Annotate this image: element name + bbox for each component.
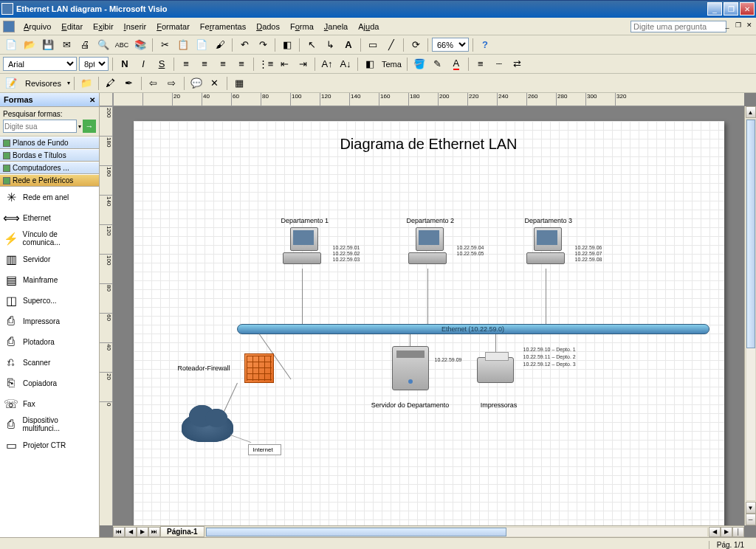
align-justify-button[interactable]: ≡ (233, 56, 250, 72)
shape-item-4[interactable]: ▤Mainframe (0, 269, 99, 290)
align-right-button[interactable]: ≡ (215, 56, 231, 72)
vertical-scrollbar[interactable]: ▲ ▼ ─ (744, 106, 756, 525)
doc-restore-button[interactable]: ❐ (733, 21, 743, 32)
theme-label[interactable]: Tema (380, 60, 403, 69)
pointer-tool-button[interactable]: ↖ (303, 37, 320, 53)
ask-question-input[interactable] (630, 21, 726, 32)
internet-callout[interactable]: Internet (248, 444, 281, 455)
align-center-button[interactable]: ≡ (196, 56, 213, 72)
spelling-button[interactable]: ABC (114, 37, 130, 53)
server-ip[interactable]: 10.22.59.09 (435, 357, 462, 363)
shape-item-0[interactable]: ✳Rede em anel (0, 187, 99, 207)
rotate-button[interactable]: ⟳ (408, 37, 424, 53)
connector-firewall-cloud[interactable] (223, 383, 238, 413)
connector-dept2[interactable] (427, 269, 428, 324)
review-next-button[interactable]: ⇨ (164, 75, 180, 92)
connector-dept1[interactable] (302, 269, 303, 324)
menu-dados[interactable]: Dados (252, 21, 284, 32)
stencil-bordas[interactable]: Bordas e Títulos (0, 149, 99, 162)
paste-button[interactable]: 📄 (193, 37, 210, 53)
v-scroll-thumb[interactable] (746, 120, 755, 348)
line-tool-button[interactable]: ╱ (383, 37, 399, 53)
dept-3-ips[interactable]: 10.22.59.0610.22.59.0710.22.59.08 (575, 245, 602, 263)
print-button[interactable]: 🖨 (77, 37, 93, 53)
menu-exibir[interactable]: Exibir (89, 21, 118, 32)
line-ends-button[interactable]: ⇄ (509, 56, 526, 72)
close-button[interactable]: ✕ (740, 2, 755, 15)
doc-icon[interactable] (3, 21, 15, 32)
undo-button[interactable]: ↶ (236, 37, 252, 53)
shape-item-6[interactable]: ⎙Impressora (0, 311, 99, 331)
shape-item-10[interactable]: ☏Fax (0, 393, 99, 414)
fill-color-button[interactable]: 🪣 (411, 56, 427, 72)
open-button[interactable]: 📂 (21, 37, 38, 53)
redo-button[interactable]: ↷ (255, 37, 271, 53)
save-button[interactable]: 💾 (40, 37, 56, 53)
scroll-up-button[interactable]: ▲ (746, 106, 756, 118)
review-highlight-button[interactable]: 🖍 (103, 75, 119, 92)
research-button[interactable]: 📚 (132, 37, 148, 53)
server-shape[interactable] (392, 346, 429, 390)
help-button[interactable]: ? (477, 37, 493, 53)
dept-1-ips[interactable]: 10.22.59.0110.22.59.0210.22.59.03 (333, 245, 360, 263)
font-size-down-button[interactable]: A↓ (337, 56, 354, 72)
h-scroll-thumb[interactable] (206, 528, 507, 536)
menu-janela[interactable]: Janela (320, 21, 352, 32)
menu-forma[interactable]: Forma (286, 21, 318, 32)
doc-minimize-button[interactable]: _ (722, 21, 732, 32)
copy-button[interactable]: 📋 (175, 37, 191, 53)
cut-button[interactable]: ✂ (157, 37, 173, 53)
connector-tool-button[interactable]: ↳ (322, 37, 338, 53)
shapes-panel-close-button[interactable]: ✕ (89, 96, 95, 104)
dept-2-ips[interactable]: 10.22.59.0410.22.59.05 (457, 245, 484, 257)
diagram-title[interactable]: Diagrama de Ethernet LAN (134, 136, 724, 153)
shapes-search-go-button[interactable]: → (83, 120, 96, 133)
review-prev-button[interactable]: ⇦ (145, 75, 162, 92)
cloud-shape[interactable] (182, 412, 233, 442)
reviewers-dropdown[interactable]: Revisores (21, 77, 65, 90)
italic-button[interactable]: I (135, 56, 151, 72)
drawing-page[interactable]: Diagrama de Ethernet LAN Departamento 1 … (134, 121, 724, 525)
shape-item-12[interactable]: ▭Projetor CTR (0, 435, 99, 455)
doc-close-button[interactable]: ✕ (744, 21, 755, 32)
dept-3[interactable]: Departamento 3 (525, 217, 573, 264)
ruler-vertical[interactable]: 200180160140120100806040200 (100, 106, 113, 525)
review-new-button[interactable]: 📝 (3, 75, 19, 92)
format-painter-button[interactable]: 🖌 (212, 37, 228, 53)
align-left-button[interactable]: ≡ (178, 56, 194, 72)
underline-button[interactable]: S (154, 56, 170, 72)
page-tab-1[interactable]: Página-1 (160, 526, 205, 537)
review-folder-button[interactable]: 📁 (78, 75, 94, 92)
review-delete-button[interactable]: ✕ (207, 75, 223, 92)
printer-ips[interactable]: 10.22.59.10 – Depto. 110.22.59.11 – Dept… (523, 346, 576, 368)
connector-dept3[interactable] (546, 269, 546, 324)
review-panel-button[interactable]: ▦ (231, 75, 247, 92)
mail-button[interactable]: ✉ (58, 37, 75, 53)
menu-editar[interactable]: Editar (57, 21, 87, 32)
scroll-down-button[interactable]: ▼ (746, 502, 756, 514)
bullets-button[interactable]: ⋮≡ (258, 56, 274, 72)
shape-item-3[interactable]: ▥Servidor (0, 249, 99, 269)
review-ink-button[interactable]: ✒ (121, 75, 137, 92)
shapes-search-input[interactable] (3, 120, 77, 133)
font-combo[interactable]: Arial (3, 57, 77, 71)
dept-2[interactable]: Departamento 2 (407, 217, 455, 264)
font-color-button[interactable]: A (448, 56, 464, 72)
printer-shape[interactable] (477, 357, 514, 383)
vsplit-button[interactable]: ─ (746, 514, 756, 525)
shape-item-8[interactable]: ⎌Scanner (0, 352, 99, 373)
line-weight-button[interactable]: ≡ (472, 56, 489, 72)
scroll-right-button[interactable]: ▶ (721, 527, 732, 537)
printer-label[interactable]: Impressoras (473, 401, 525, 409)
tab-last-button[interactable]: ⏭ (148, 527, 160, 537)
rectangle-tool-button[interactable]: ▭ (365, 37, 381, 53)
canvas-viewport[interactable]: Diagrama de Ethernet LAN Departamento 1 … (113, 106, 744, 525)
horizontal-scrollbar[interactable]: ⏮ ◀ ▶ ⏭ Página-1 ◀ ▶ │ (113, 525, 744, 537)
shape-item-11[interactable]: ⎙Dispositivo multifunci... (0, 414, 99, 435)
zoom-combo[interactable]: 66% (432, 38, 469, 52)
ethernet-backbone[interactable]: Ethernet (10.22.59.0) (237, 324, 709, 334)
server-label[interactable]: Servidor do Departamento (362, 401, 458, 409)
font-size-up-button[interactable]: A↑ (319, 56, 335, 72)
stencil-computadores[interactable]: Computadores ... (0, 162, 99, 174)
firewall-label[interactable]: Roteador-Firewall (178, 365, 230, 372)
